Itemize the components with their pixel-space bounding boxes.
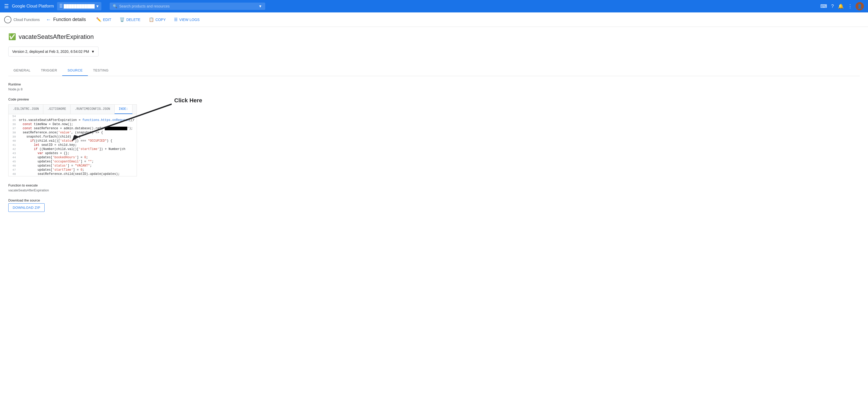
edit-icon: ✏️ [96, 17, 101, 22]
runtime-section: Runtime Node.js 8 [8, 82, 860, 91]
function-title-row: ✅ vacateSeatsAfterExpiration [8, 33, 860, 40]
code-line-39: 39 snapshot.forEach((child) => { [8, 135, 136, 139]
action-buttons: ✏️ EDIT 🗑️ DELETE 📋 COPY ☰ VIEW LOGS [92, 15, 204, 24]
delete-icon: 🗑️ [120, 17, 125, 22]
code-line-45: 45 updates['occupantEmail'] = ""; [8, 160, 136, 164]
search-dropdown-icon: ▼ [258, 4, 262, 8]
runtime-value: Node.js 8 [8, 87, 860, 91]
code-preview-label: Code preview [8, 97, 860, 101]
page-title: Function details [53, 17, 86, 22]
function-to-execute-section: Function to execute vacateSeatsAfterExpi… [8, 183, 860, 192]
tab-source[interactable]: SOURCE [62, 65, 88, 76]
file-tabs: .ESLINTRC.JSON .GITIGNORE .RUNTIMECONFIG… [8, 105, 136, 114]
tab-general[interactable]: GENERAL [8, 65, 36, 76]
notifications-icon[interactable]: 🔔 [837, 2, 845, 10]
help-icon[interactable]: ? [830, 3, 835, 10]
code-editor-container: .ESLINTRC.JSON .GITIGNORE .RUNTIMECONFIG… [8, 104, 137, 176]
copy-icon: 📋 [149, 17, 154, 22]
code-line-48: 48 seatReference.child(seatID).update(up… [8, 172, 136, 176]
top-nav-right-icons: ⌨ ? 🔔 ⋮ 👤 [819, 2, 864, 10]
tabs: GENERAL TRIGGER SOURCE TESTING [8, 65, 860, 76]
logs-icon: ☰ [174, 17, 178, 22]
main-content: ✅ vacateSeatsAfterExpiration Version 2, … [0, 27, 868, 417]
code-line-41: 41 let seatID = child.key; [8, 143, 136, 147]
version-label: Version 2, deployed at Feb 3, 2020, 6:54… [12, 49, 89, 54]
gcp-logo: ⠿ [59, 3, 63, 9]
tab-testing[interactable]: TESTING [88, 65, 114, 76]
function-execute-value: vacateSeatsAfterExpiration [8, 188, 860, 192]
code-line-47: 47 updates['startTime'] = 0; [8, 168, 136, 172]
sub-header: ··· Cloud Functions ← Function details ✏… [0, 12, 868, 27]
project-selector[interactable]: ⠿ ████████████ ▼ [57, 2, 101, 10]
code-line-42: 42 if ((Number(child.val()['startTime'])… [8, 147, 136, 151]
runtime-label: Runtime [8, 82, 860, 86]
download-source-section: Download the source DOWNLOAD ZIP [8, 198, 860, 212]
top-navigation: ☰ Google Cloud Platform ⠿ ████████████ ▼… [0, 0, 868, 12]
dropdown-arrow-icon: ▼ [96, 4, 99, 8]
download-zip-button[interactable]: DOWNLOAD ZIP [8, 203, 44, 212]
search-input[interactable] [119, 4, 256, 8]
code-line-40: 40 if((child.val()['status']) === "OCCUP… [8, 139, 136, 143]
cloud-functions-logo: ··· Cloud Functions [4, 16, 44, 23]
file-tab-gitignore[interactable]: .GITIGNORE [43, 105, 70, 114]
download-source-label: Download the source [8, 198, 860, 202]
code-line-38: 38 seatReference.once('value', (snapshot… [8, 131, 136, 135]
more-options-icon[interactable]: ⋮ [847, 2, 854, 10]
cloud-functions-icon: ··· [4, 16, 11, 23]
edit-button[interactable]: ✏️ EDIT [92, 15, 115, 24]
file-tab-runtimeconfig[interactable]: .RUNTIMECONFIG.JSON [70, 105, 115, 114]
code-line-36: 36 const timeNow = Date.now(); [8, 122, 136, 127]
code-line-43: 43 var updates = {}; [8, 151, 136, 155]
service-name: Cloud Functions [13, 18, 40, 22]
tab-trigger[interactable]: TRIGGER [36, 65, 62, 76]
code-area[interactable]: .ESLINTRC.JSON .GITIGNORE .RUNTIMECONFIG… [8, 104, 137, 176]
search-bar[interactable]: 🔍 ▼ [110, 3, 265, 10]
code-line-54: 54 [8, 114, 136, 118]
app-title: Google Cloud Platform [12, 4, 54, 8]
copy-button[interactable]: 📋 COPY [145, 15, 170, 24]
code-line-37: 37 const seatReference = admin.database(… [8, 127, 136, 131]
code-preview-section: Code preview .ESLINTRC.JSON .GITIGNORE .… [8, 97, 860, 177]
file-tab-index[interactable]: INDE: [115, 105, 132, 114]
project-name: ████████████ [64, 4, 95, 8]
view-logs-button[interactable]: ☰ VIEW LOGS [170, 15, 204, 24]
version-selector[interactable]: Version 2, deployed at Feb 3, 2020, 6:54… [8, 47, 98, 57]
search-icon: 🔍 [113, 4, 117, 8]
code-line-35: 35 orts.vacateSeatsAfterExpiration = fun… [8, 118, 136, 122]
file-tab-eslint[interactable]: .ESLINTRC.JSON [8, 105, 43, 114]
terminal-icon[interactable]: ⌨ [819, 2, 828, 10]
function-execute-label: Function to execute [8, 183, 860, 187]
avatar[interactable]: 👤 [856, 2, 864, 10]
function-name: vacateSeatsAfterExpiration [19, 33, 94, 40]
back-button[interactable]: ← [46, 16, 51, 23]
version-dropdown-icon: ▼ [91, 49, 95, 54]
code-line-46: 46 updates['status'] = "VACANT"; [8, 164, 136, 168]
hamburger-menu[interactable]: ☰ [4, 3, 9, 9]
code-line-44: 44 updates['bookedHours'] = 0; [8, 155, 136, 160]
status-check-icon: ✅ [8, 33, 16, 40]
delete-button[interactable]: 🗑️ DELETE [115, 15, 145, 24]
